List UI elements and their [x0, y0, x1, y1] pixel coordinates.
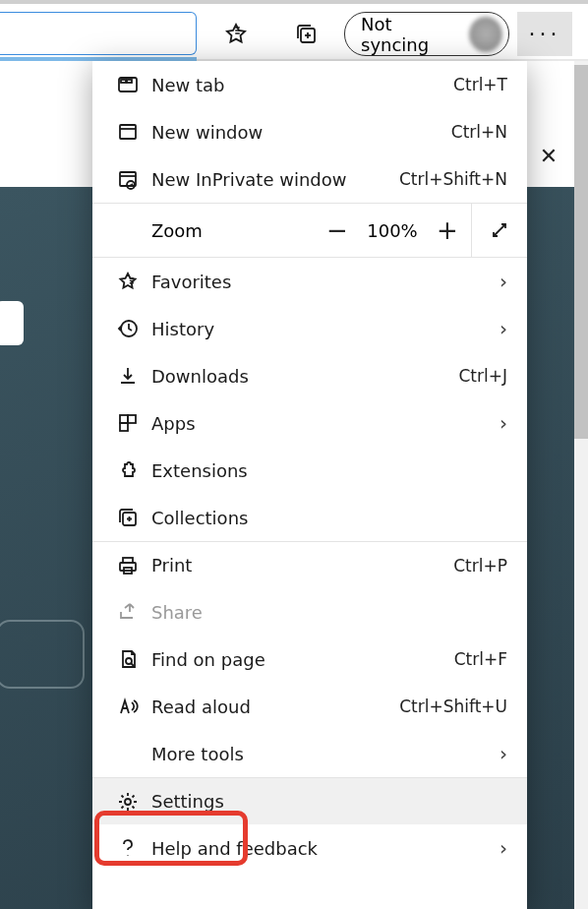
menu-label: Help and feedback: [146, 838, 486, 859]
zoom-value: 100%: [361, 220, 424, 241]
panel-close-button[interactable]: ✕: [531, 138, 566, 173]
menu-item-history[interactable]: History ›: [92, 305, 527, 352]
menu-item-apps[interactable]: Apps ›: [92, 399, 527, 447]
menu-item-downloads[interactable]: Downloads Ctrl+J: [92, 352, 527, 399]
menu-item-more-tools[interactable]: More tools ›: [92, 730, 527, 777]
menu-label: Apps: [146, 413, 486, 434]
print-icon: [110, 555, 146, 576]
svg-rect-3: [127, 80, 132, 83]
profile-avatar: [469, 17, 502, 52]
menu-shortcut: Ctrl+Shift+U: [399, 697, 507, 716]
collections-icon: [294, 22, 320, 47]
menu-label: Favorites: [146, 272, 486, 292]
favorites-icon: [110, 271, 146, 292]
read-aloud-icon: [110, 696, 146, 717]
menu-label: Downloads: [146, 366, 458, 387]
fullscreen-icon: [489, 219, 510, 241]
chevron-right-icon: ›: [486, 317, 507, 340]
close-icon: ✕: [540, 144, 558, 168]
inprivate-icon: [110, 168, 146, 190]
menu-label: Settings: [146, 791, 507, 812]
settings-and-more-menu: New tab Ctrl+T New window Ctrl+N New InP…: [92, 61, 527, 909]
extensions-icon: [110, 459, 146, 481]
collections-button[interactable]: [285, 16, 328, 53]
menu-item-new-window[interactable]: New window Ctrl+N: [92, 108, 527, 155]
more-button[interactable]: ···: [517, 12, 572, 56]
zoom-in-button[interactable]: +: [424, 203, 471, 258]
menu-zoom-row: Zoom − 100% +: [92, 203, 527, 258]
fullscreen-button[interactable]: [472, 203, 527, 258]
collections-menu-icon: [110, 507, 146, 528]
menu-shortcut: Ctrl+J: [458, 366, 507, 386]
menu-label: Extensions: [146, 460, 507, 481]
history-icon: [110, 318, 146, 339]
menu-item-find[interactable]: Find on page Ctrl+F: [92, 636, 527, 683]
profile-sync-pill[interactable]: Not syncing: [344, 12, 509, 56]
menu-label: Find on page: [146, 649, 454, 670]
menu-label: Read aloud: [146, 697, 399, 717]
menu-item-extensions[interactable]: Extensions: [92, 447, 527, 494]
menu-shortcut: Ctrl+Shift+N: [399, 169, 507, 189]
svg-rect-13: [120, 563, 136, 571]
scrollbar-thumb[interactable]: [574, 65, 588, 439]
chevron-right-icon: ›: [486, 742, 507, 765]
apps-icon: [110, 412, 146, 434]
menu-label: More tools: [146, 744, 486, 764]
menu-shortcut: Ctrl+T: [453, 75, 507, 94]
menu-label: History: [146, 319, 486, 339]
menu-label: Share: [146, 602, 507, 623]
new-tab-icon: [110, 74, 146, 95]
menu-item-new-tab[interactable]: New tab Ctrl+T: [92, 61, 527, 108]
menu-item-print[interactable]: Print Ctrl+P: [92, 541, 527, 588]
sync-label: Not syncing: [361, 14, 461, 55]
menu-shortcut: Ctrl+P: [453, 556, 507, 576]
zoom-out-button[interactable]: −: [314, 203, 361, 258]
svg-rect-8: [120, 415, 128, 423]
menu-item-read-aloud[interactable]: Read aloud Ctrl+Shift+U: [92, 683, 527, 730]
settings-icon: [110, 791, 146, 813]
help-icon: [110, 837, 146, 859]
menu-item-new-inprivate[interactable]: New InPrivate window Ctrl+Shift+N: [92, 155, 527, 203]
address-bar[interactable]: [0, 12, 197, 55]
zoom-label: Zoom: [92, 220, 314, 241]
svg-rect-10: [120, 423, 128, 431]
menu-label: Collections: [146, 508, 507, 528]
menu-label: New tab: [146, 75, 453, 95]
menu-item-favorites[interactable]: Favorites ›: [92, 258, 527, 305]
menu-label: New window: [146, 122, 451, 143]
chevron-right-icon: ›: [486, 270, 507, 293]
menu-shortcut: Ctrl+F: [454, 649, 507, 669]
bg-tile-fragment: [0, 620, 85, 689]
downloads-icon: [110, 365, 146, 387]
bg-card-fragment: [0, 301, 24, 345]
svg-rect-4: [120, 125, 136, 139]
menu-item-collections[interactable]: Collections: [92, 494, 527, 541]
chevron-right-icon: ›: [486, 411, 507, 435]
svg-point-16: [125, 799, 131, 805]
svg-rect-2: [121, 80, 126, 83]
menu-item-settings[interactable]: Settings: [92, 777, 527, 824]
menu-label: Print: [146, 555, 453, 576]
favorites-star-icon: [223, 22, 249, 47]
new-window-icon: [110, 121, 146, 143]
share-icon: [110, 601, 146, 623]
more-icon: ···: [529, 22, 561, 46]
menu-item-share: Share: [92, 588, 527, 636]
chevron-right-icon: ›: [486, 836, 507, 860]
menu-item-help[interactable]: Help and feedback ›: [92, 824, 527, 872]
svg-rect-9: [128, 415, 136, 423]
menu-label: New InPrivate window: [146, 169, 399, 190]
favorites-button[interactable]: [214, 16, 258, 53]
menu-shortcut: Ctrl+N: [451, 122, 507, 142]
find-icon: [110, 648, 146, 670]
